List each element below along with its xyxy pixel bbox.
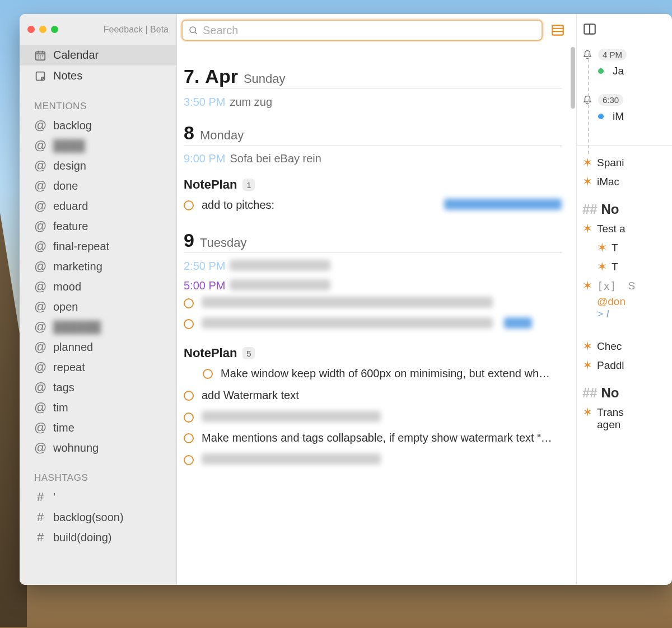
bullet-text: Paddl xyxy=(597,359,624,372)
at-icon: @ xyxy=(34,320,46,334)
minimize-window-button[interactable] xyxy=(39,26,46,33)
mention-label: eduard xyxy=(53,200,88,213)
split-view-icon[interactable] xyxy=(582,22,597,36)
mention-item[interactable]: @marketing xyxy=(20,256,176,276)
bullet-text: S xyxy=(628,280,636,292)
alarm-time-pill: 4 PM xyxy=(598,49,627,60)
hashtag-item[interactable]: #backlog(soon) xyxy=(20,507,176,527)
project-header[interactable]: NotePlan5 xyxy=(184,334,562,363)
hashtag-label: backlog(soon) xyxy=(53,511,124,524)
bullet-text: T xyxy=(612,261,618,273)
calendar-event[interactable]: 5:00 PM xyxy=(184,273,562,292)
task-checkbox-icon[interactable] xyxy=(184,319,194,329)
mention-item[interactable]: @open xyxy=(20,297,176,317)
zoom-window-button[interactable] xyxy=(51,26,58,33)
mention-item[interactable]: @██████ xyxy=(20,317,176,337)
detail-column: 4 PMJa6:30iM ✶Spani✶iMac ## No ✶Test a ✶… xyxy=(577,14,672,585)
project-name: NotePlan xyxy=(184,346,237,360)
scrollbar-thumb[interactable] xyxy=(571,47,575,109)
bullet-star-icon: ✶ xyxy=(582,223,592,235)
bullet-star-icon: ✶ xyxy=(582,340,592,353)
mention-item[interactable]: @feature xyxy=(20,216,176,236)
task-checkbox-icon[interactable] xyxy=(184,298,194,308)
mention-item[interactable]: @tim xyxy=(20,397,176,418)
search-box[interactable] xyxy=(181,20,543,41)
task-checkbox-icon[interactable] xyxy=(184,455,194,465)
mention-item[interactable]: @tags xyxy=(20,377,176,397)
mention-item[interactable]: @design xyxy=(20,156,176,176)
titlebar-links[interactable]: Feedback | Beta xyxy=(104,25,169,35)
mention-item[interactable]: @planned xyxy=(20,337,176,357)
mention-item[interactable]: @████ xyxy=(20,135,176,156)
calendar-event[interactable]: 9:00 PMSofa bei eBay rein xyxy=(184,146,562,165)
alarm-row[interactable]: 4 PM xyxy=(582,46,672,63)
mention-label: tim xyxy=(53,401,68,414)
at-icon: @ xyxy=(34,279,46,294)
hashtag-item[interactable]: #' xyxy=(20,487,176,507)
task-count-badge: 1 xyxy=(242,179,255,191)
event-text: zum zug xyxy=(230,96,272,109)
project-header[interactable]: NotePlan1 xyxy=(184,165,562,194)
alarm-row[interactable]: 6:30 xyxy=(582,92,672,108)
mention-item[interactable]: @wohnung xyxy=(20,438,176,458)
calendar-event[interactable]: 2:50 PM xyxy=(184,253,562,273)
task-row[interactable]: Make window keep width of 600px on minim… xyxy=(184,363,562,385)
event-time: 3:50 PM xyxy=(184,96,225,109)
sidebar-item-calendar[interactable]: Calendar xyxy=(20,45,176,65)
bell-icon xyxy=(582,95,592,105)
close-window-button[interactable] xyxy=(27,26,35,33)
mention-item[interactable]: @final-repeat xyxy=(20,236,176,256)
mention-item[interactable]: @eduard xyxy=(20,196,176,216)
project-name: NotePlan xyxy=(184,177,237,192)
mention-item[interactable]: @backlog xyxy=(20,115,176,135)
calendar-event[interactable]: 3:50 PMzum zug xyxy=(184,89,562,109)
task-row[interactable] xyxy=(184,449,562,470)
hashtag-label: build(doing) xyxy=(53,531,112,544)
at-icon: @ xyxy=(34,239,46,254)
alarm-label: Ja xyxy=(613,65,624,77)
task-checkbox-icon[interactable] xyxy=(203,369,213,379)
task-checkbox-icon[interactable] xyxy=(184,433,194,443)
event-time: 9:00 PM xyxy=(184,152,225,165)
task-row[interactable]: add to pitches: xyxy=(184,194,562,216)
task-row[interactable] xyxy=(184,406,562,427)
day-header[interactable]: 9Tuesday xyxy=(184,216,562,253)
mention-label: mood xyxy=(53,280,81,293)
at-icon: @ xyxy=(34,420,46,435)
mention-label: feature xyxy=(53,220,88,233)
detail-heading: No xyxy=(601,385,619,400)
alarm-label: iM xyxy=(613,110,624,123)
task-row[interactable] xyxy=(184,292,562,313)
bullet-row[interactable]: ✶Chec xyxy=(582,337,672,356)
mention-label: design xyxy=(53,160,86,172)
mention-label: open xyxy=(53,301,78,313)
mention-item[interactable]: @mood xyxy=(20,276,176,297)
day-header[interactable]: 8Monday xyxy=(184,109,562,146)
app-window: Feedback | Beta Calendar Notes MENTIONS … xyxy=(20,14,672,585)
calendar-dot-icon xyxy=(598,68,604,74)
task-row[interactable]: Make mentions and tags collapsable, if e… xyxy=(184,427,562,449)
sidebar-item-notes[interactable]: Notes xyxy=(20,65,176,86)
sidebar: Feedback | Beta Calendar Notes MENTIONS … xyxy=(20,14,177,585)
mention-item[interactable]: @repeat xyxy=(20,357,176,377)
bullet-row[interactable]: ✶Paddl xyxy=(582,356,672,375)
mention-item[interactable]: @done xyxy=(20,176,176,196)
search-input[interactable] xyxy=(203,24,536,37)
day-header[interactable]: 7.AprSunday xyxy=(184,52,562,89)
done-checkbox: [x] xyxy=(597,280,616,292)
note-icon xyxy=(34,70,46,82)
timeline[interactable]: 7.AprSunday3:50 PMzum zug8Monday9:00 PMS… xyxy=(177,46,576,470)
mention-item[interactable]: @time xyxy=(20,418,176,438)
hashtag-item[interactable]: #build(doing) xyxy=(20,527,176,547)
task-row[interactable] xyxy=(184,313,562,334)
mention-tag[interactable]: @don xyxy=(582,296,672,308)
task-checkbox-icon[interactable] xyxy=(184,200,194,210)
bullet-row[interactable]: ✶Spani xyxy=(582,153,672,172)
bullet-row[interactable]: ✶iMac xyxy=(582,172,672,191)
list-view-icon[interactable] xyxy=(550,23,565,38)
task-row[interactable]: add Watermark text xyxy=(184,385,562,406)
svg-rect-3 xyxy=(552,25,563,35)
task-checkbox-icon[interactable] xyxy=(184,413,194,423)
bullet-text: Test a xyxy=(597,223,626,235)
task-checkbox-icon[interactable] xyxy=(184,391,194,401)
